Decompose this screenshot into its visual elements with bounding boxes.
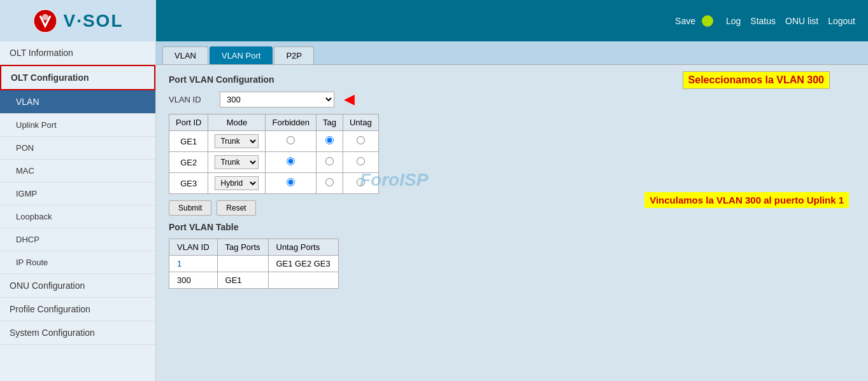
untag-ge2: [343, 152, 378, 173]
pvt-col-untag-ports: Untag Ports: [268, 239, 338, 256]
table-row: GE2 TrunkHybridAccess: [169, 152, 379, 173]
mode-ge1: TrunkHybridAccess: [208, 131, 266, 152]
port-vlan-table-title: Port VLAN Table: [169, 222, 855, 232]
pvt-untag-1: GE1 GE2 GE3: [268, 256, 338, 272]
port-ge2: GE2: [169, 152, 208, 173]
radio-forbidden-ge3[interactable]: [287, 178, 295, 186]
radio-tag-ge2[interactable]: [325, 157, 334, 165]
sidebar-item-onu-configuration[interactable]: ONU Configuration: [0, 274, 155, 298]
header-nav: Log Status ONU list Logout: [726, 16, 855, 26]
pvt-vlan-id-300: 300: [169, 272, 218, 289]
port-config-table: Port ID Mode Forbidden Tag Untag GE1 Tru…: [169, 114, 379, 194]
pvt-untag-300: [268, 272, 338, 289]
untag-ge1: [343, 131, 378, 152]
mode-select-ge2[interactable]: TrunkHybridAccess: [215, 155, 259, 169]
vlan-id-select[interactable]: 300 1: [220, 92, 334, 107]
sidebar-item-mac[interactable]: MAC: [0, 160, 155, 183]
annotation-vlan-300: Seleccionamos la VLAN 300: [683, 71, 830, 89]
vlan-id-row: VLAN ID 300 1 ◀: [169, 91, 855, 107]
pvt-col-vlan-id: VLAN ID: [169, 239, 218, 256]
logout-link[interactable]: Logout: [828, 16, 855, 26]
svg-point-0: [34, 10, 57, 32]
sidebar-item-profile-configuration[interactable]: Profile Configuration: [0, 298, 155, 321]
col-tag: Tag: [317, 114, 343, 131]
forbidden-ge1: [266, 131, 317, 152]
save-button[interactable]: Save: [675, 16, 695, 26]
port-vlan-table: VLAN ID Tag Ports Untag Ports 1 GE1 GE2 …: [169, 239, 339, 289]
sidebar-item-system-configuration[interactable]: System Configuration: [0, 321, 155, 345]
mode-select-ge3[interactable]: TrunkHybridAccess: [215, 176, 259, 190]
save-area: Save: [675, 15, 713, 27]
tag-ge1: [317, 131, 343, 152]
radio-untag-ge1[interactable]: [357, 136, 365, 144]
pvt-tag-1: [217, 256, 268, 272]
content-area: VLAN VLAN Port P2P Seleccionamos la VLAN…: [156, 41, 868, 381]
tab-p2p[interactable]: P2P: [274, 46, 314, 64]
port-ge1: GE1: [169, 131, 208, 152]
table-row: GE1 TrunkHybridAccess: [169, 131, 379, 152]
form-area: Seleccionamos la VLAN 300 Port VLAN Conf…: [156, 65, 868, 298]
logo-area: V·SOL: [0, 0, 156, 41]
tab-bar: VLAN VLAN Port P2P: [156, 41, 868, 65]
col-mode: Mode: [208, 114, 266, 131]
onu-list-link[interactable]: ONU list: [785, 16, 818, 26]
pvt-vlan-id-1: 1: [169, 256, 218, 272]
port-ge3: GE3: [169, 173, 208, 194]
table-row: 300 GE1: [169, 272, 339, 289]
header-right: Save Log Status ONU list Logout: [675, 15, 855, 27]
annotation-uplink: Vinculamos la VLAN 300 al puerto Uplink …: [644, 192, 849, 208]
mode-ge2: TrunkHybridAccess: [208, 152, 266, 173]
radio-tag-ge1[interactable]: [325, 136, 334, 144]
forbidden-ge3: [266, 173, 317, 194]
vsol-logo-icon: [32, 8, 58, 34]
sidebar-item-vlan[interactable]: VLAN: [0, 90, 155, 114]
pvt-tag-300: GE1: [217, 272, 268, 289]
sidebar: OLT Information OLT Configuration VLAN U…: [0, 41, 156, 381]
sidebar-item-pon[interactable]: PON: [0, 137, 155, 160]
mode-ge3: TrunkHybridAccess: [208, 173, 266, 194]
arrow-to-select: ◀: [344, 91, 355, 107]
sidebar-item-dhcp[interactable]: DHCP: [0, 228, 155, 251]
radio-tag-ge3[interactable]: [325, 178, 334, 186]
col-untag: Untag: [343, 114, 378, 131]
status-link[interactable]: Status: [750, 16, 776, 26]
svg-point-1: [42, 14, 48, 20]
sidebar-item-uplink-port[interactable]: Uplink Port: [0, 114, 155, 137]
col-port-id: Port ID: [169, 114, 208, 131]
forbidden-ge2: [266, 152, 317, 173]
status-indicator: [702, 15, 713, 27]
sidebar-item-olt-configuration[interactable]: OLT Configuration: [0, 65, 155, 90]
tab-vlan-port[interactable]: VLAN Port: [210, 46, 273, 64]
pvt-col-tag-ports: Tag Ports: [217, 239, 268, 256]
untag-ge3: [343, 173, 378, 194]
radio-untag-ge2[interactable]: [357, 157, 365, 165]
vlan-id-label: VLAN ID: [169, 95, 213, 104]
logo-text: V·SOL: [63, 11, 123, 31]
radio-forbidden-ge1[interactable]: [287, 136, 295, 144]
tab-vlan[interactable]: VLAN: [162, 46, 208, 64]
col-forbidden: Forbidden: [266, 114, 317, 131]
tag-ge3: [317, 173, 343, 194]
radio-forbidden-ge2[interactable]: [287, 157, 295, 165]
sidebar-item-ip-route[interactable]: IP Route: [0, 251, 155, 274]
table-row: 1 GE1 GE2 GE3: [169, 256, 339, 272]
header: V·SOL Save Log Status ONU list Logout: [0, 0, 868, 41]
mode-select-ge1[interactable]: TrunkHybridAccess: [215, 134, 259, 148]
main-layout: OLT Information OLT Configuration VLAN U…: [0, 41, 868, 381]
radio-untag-ge3[interactable]: [357, 178, 365, 186]
sidebar-item-igmp[interactable]: IGMP: [0, 183, 155, 205]
reset-button[interactable]: Reset: [217, 200, 255, 216]
log-link[interactable]: Log: [726, 16, 741, 26]
tag-ge2: [317, 152, 343, 173]
sidebar-item-loopback[interactable]: Loopback: [0, 205, 155, 228]
submit-button[interactable]: Submit: [169, 200, 211, 216]
table-row: GE3 TrunkHybridAccess: [169, 173, 379, 194]
sidebar-item-olt-information[interactable]: OLT Information: [0, 41, 155, 65]
